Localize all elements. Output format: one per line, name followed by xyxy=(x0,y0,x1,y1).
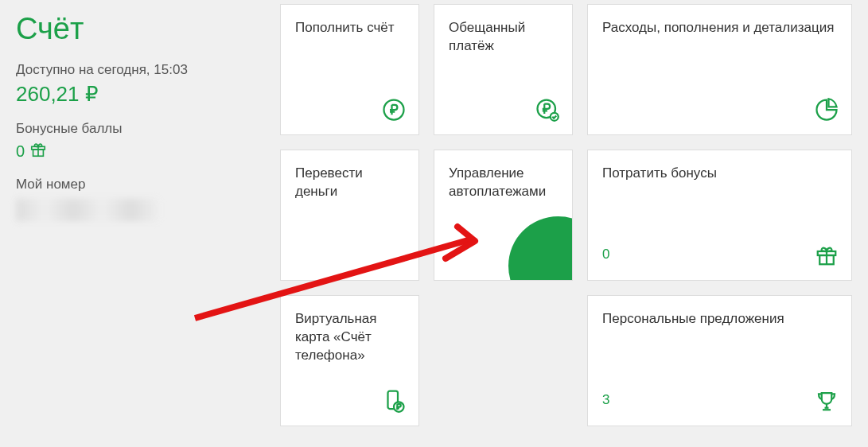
bonus-value: 0 xyxy=(16,142,25,161)
available-label: Доступно на сегодня, 15:03 xyxy=(16,62,256,78)
card-title: Управление автоплатежами xyxy=(449,165,558,201)
card-title: Персональные предложения xyxy=(602,310,837,328)
bonus-label: Бонусные баллы xyxy=(16,121,256,137)
green-circle-decoration xyxy=(508,216,573,281)
autopay-card[interactable]: Управление автоплатежами xyxy=(434,150,573,281)
card-value: 0 xyxy=(602,247,609,262)
promised-payment-card[interactable]: Обещанный платёж xyxy=(434,4,573,135)
account-sidebar: Счёт Доступно на сегодня, 15:03 260,21 ₽… xyxy=(0,0,272,447)
gift-icon xyxy=(29,141,47,162)
card-title: Потратить бонусы xyxy=(602,165,837,183)
spend-bonus-card[interactable]: Потратить бонусы 0 xyxy=(587,150,852,281)
personal-offers-card[interactable]: Персональные предложения 3 xyxy=(587,295,852,426)
gift-icon xyxy=(814,243,839,268)
card-title: Расходы, пополнения и детализация xyxy=(602,19,837,37)
card-title: Перевести деньги xyxy=(295,165,404,201)
action-grid: Пополнить счёт Перевести деньги Виртуаль… xyxy=(272,0,868,447)
virtual-card-card[interactable]: Виртуальная карта «Счёт телефона» xyxy=(280,295,419,426)
number-label: Мой номер xyxy=(16,177,256,192)
topup-card[interactable]: Пополнить счёт xyxy=(280,4,419,135)
expenses-card[interactable]: Расходы, пополнения и детализация xyxy=(587,4,852,135)
transfer-card[interactable]: Перевести деньги xyxy=(280,150,419,281)
balance-amount: 260,21 ₽ xyxy=(16,82,256,107)
card-title: Виртуальная карта «Счёт телефона» xyxy=(295,310,404,365)
card-title: Пополнить счёт xyxy=(295,19,404,37)
phone-number-blurred xyxy=(16,199,159,221)
pie-chart-icon xyxy=(814,97,839,122)
phone-ruble-icon xyxy=(381,388,407,414)
card-title: Обещанный платёж xyxy=(449,19,558,56)
card-value: 3 xyxy=(602,392,609,408)
page-title: Счёт xyxy=(16,12,256,46)
ruble-check-icon xyxy=(535,97,560,122)
trophy-icon xyxy=(814,388,839,414)
ruble-circle-icon xyxy=(381,97,407,122)
